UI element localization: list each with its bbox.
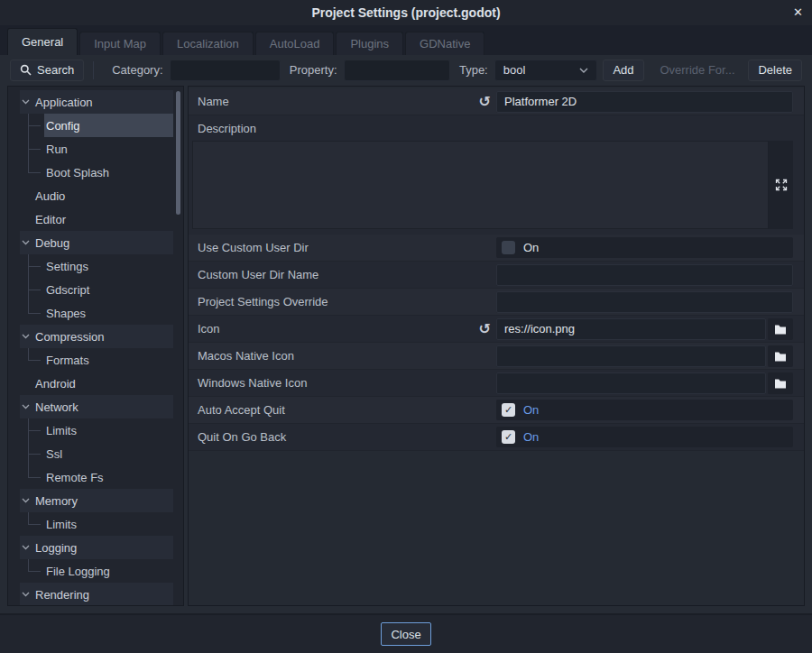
name-field[interactable]: Platformer 2D bbox=[496, 91, 793, 113]
tab-bar: General Input Map Localization AutoLoad … bbox=[0, 25, 812, 55]
sidebar-item-run[interactable]: Run bbox=[8, 137, 183, 161]
tab-autoload[interactable]: AutoLoad bbox=[255, 32, 335, 55]
folder-icon bbox=[774, 350, 787, 362]
chevron-down-icon[interactable] bbox=[22, 404, 30, 409]
tree-guide bbox=[28, 512, 42, 536]
sidebar-item-android[interactable]: Android bbox=[8, 372, 183, 395]
chevron-down-icon[interactable] bbox=[22, 99, 30, 105]
sidebar-item-logging[interactable]: Logging bbox=[8, 536, 183, 559]
property-row-use-custom-user-dir: Use Custom User Dir On bbox=[189, 235, 804, 262]
category-label: Category: bbox=[112, 63, 162, 77]
tree-guide bbox=[28, 278, 42, 301]
property-row-description: Description bbox=[189, 115, 804, 141]
folder-icon bbox=[774, 377, 787, 389]
search-icon bbox=[20, 64, 32, 76]
sidebar-item-boot-splash[interactable]: Boot Splash bbox=[8, 161, 183, 184]
close-button[interactable]: Close bbox=[381, 622, 430, 646]
add-button[interactable]: Add bbox=[603, 60, 643, 81]
sidebar-item-formats[interactable]: Formats bbox=[8, 348, 183, 372]
tree-guide bbox=[28, 559, 42, 583]
content-area: Application Config Run Boot Splash bbox=[7, 86, 805, 606]
macos-icon-browse-button[interactable] bbox=[768, 345, 793, 367]
sidebar-item-debug[interactable]: Debug bbox=[8, 231, 183, 254]
property-label: Property: bbox=[290, 63, 337, 77]
title-bar: Project Settings (project.godot) ✕ bbox=[0, 0, 812, 25]
icon-field[interactable]: res://icon.png bbox=[496, 318, 766, 340]
sidebar-item-memory[interactable]: Memory bbox=[8, 489, 183, 512]
sidebar-item-ssl[interactable]: Ssl bbox=[8, 442, 183, 465]
sidebar-item-network-limits[interactable]: Limits bbox=[8, 418, 183, 442]
sidebar-item-settings[interactable]: Settings bbox=[8, 254, 183, 278]
property-row-auto-accept-quit: Auto Accept Quit ✓ On bbox=[189, 397, 804, 424]
chevron-down-icon[interactable] bbox=[22, 545, 30, 550]
dialog-title: Project Settings (project.godot) bbox=[311, 5, 500, 20]
sidebar-item-shapes[interactable]: Shapes bbox=[8, 301, 183, 325]
dialog-footer: Close bbox=[0, 613, 812, 653]
type-select[interactable]: bool bbox=[494, 60, 597, 81]
delete-button[interactable]: Delete bbox=[748, 60, 802, 81]
tree-guide bbox=[28, 254, 42, 278]
tab-general[interactable]: General bbox=[7, 28, 78, 55]
sidebar-item-audio[interactable]: Audio bbox=[8, 184, 183, 207]
chevron-down-icon bbox=[579, 68, 588, 73]
sidebar-item-gdscript[interactable]: Gdscript bbox=[8, 278, 183, 301]
description-editor bbox=[189, 141, 804, 235]
checkbox-checked-icon: ✓ bbox=[502, 430, 515, 444]
property-row-custom-user-dir-name: Custom User Dir Name bbox=[189, 262, 804, 289]
tree-guide bbox=[28, 161, 42, 184]
quit-on-go-back-checkbox[interactable]: ✓ On bbox=[496, 427, 793, 447]
expand-icon bbox=[775, 179, 788, 191]
tree-guide bbox=[28, 465, 42, 489]
tree-guide bbox=[28, 442, 42, 465]
tree-guide bbox=[28, 348, 42, 372]
description-textarea[interactable] bbox=[192, 141, 769, 229]
search-button[interactable]: Search bbox=[10, 60, 84, 81]
chevron-down-icon[interactable] bbox=[22, 592, 30, 597]
auto-accept-quit-checkbox[interactable]: ✓ On bbox=[496, 400, 793, 420]
search-button-label: Search bbox=[37, 63, 74, 77]
property-row-windows-native-icon: Windows Native Icon bbox=[189, 370, 804, 397]
property-input[interactable] bbox=[344, 60, 450, 81]
tab-plugins[interactable]: Plugins bbox=[336, 32, 403, 55]
sidebar-item-memory-limits[interactable]: Limits bbox=[8, 512, 183, 536]
sections-tree: Application Config Run Boot Splash bbox=[7, 86, 184, 606]
close-icon[interactable]: ✕ bbox=[793, 0, 803, 25]
sidebar-item-compression[interactable]: Compression bbox=[8, 325, 183, 348]
custom-user-dir-name-field[interactable] bbox=[496, 264, 793, 286]
settings-toolbar: Search Category: Property: Type: bool Ad… bbox=[0, 55, 812, 85]
property-row-icon: Icon ↺ res://icon.png bbox=[189, 316, 804, 343]
revert-icon[interactable]: ↺ bbox=[479, 322, 491, 336]
sidebar-item-editor[interactable]: Editor bbox=[8, 207, 183, 231]
windows-native-icon-field[interactable] bbox=[496, 372, 766, 394]
use-custom-user-dir-checkbox[interactable]: On bbox=[496, 237, 793, 258]
sidebar-item-remote-fs[interactable]: Remote Fs bbox=[8, 465, 183, 489]
sidebar-item-file-logging[interactable]: File Logging bbox=[8, 559, 183, 583]
tab-gdnative[interactable]: GDNative bbox=[405, 32, 484, 55]
macos-native-icon-field[interactable] bbox=[496, 345, 766, 367]
project-settings-override-field[interactable] bbox=[496, 291, 793, 313]
tree-guide bbox=[28, 418, 42, 442]
chevron-down-icon[interactable] bbox=[22, 334, 30, 339]
general-tab-panel: Search Category: Property: Type: bool Ad… bbox=[0, 55, 812, 613]
tab-input-map[interactable]: Input Map bbox=[79, 32, 161, 55]
properties-panel: Name ↺ Platformer 2D Description bbox=[188, 86, 805, 606]
revert-icon[interactable]: ↺ bbox=[479, 95, 491, 109]
project-settings-dialog: Project Settings (project.godot) ✕ Gener… bbox=[0, 0, 812, 653]
chevron-down-icon[interactable] bbox=[22, 498, 30, 503]
windows-icon-browse-button[interactable] bbox=[768, 372, 793, 394]
sidebar-item-config[interactable]: Config bbox=[8, 114, 183, 137]
folder-icon bbox=[774, 323, 787, 335]
category-input[interactable] bbox=[170, 60, 281, 81]
sidebar-item-network[interactable]: Network bbox=[8, 395, 183, 418]
property-row-project-settings-override: Project Settings Override bbox=[189, 289, 804, 316]
icon-browse-button[interactable] bbox=[768, 318, 793, 340]
tab-localization[interactable]: Localization bbox=[162, 32, 254, 55]
type-label: Type: bbox=[459, 63, 488, 77]
sidebar-scrollbar[interactable] bbox=[176, 91, 180, 215]
sidebar-item-rendering[interactable]: Rendering bbox=[8, 583, 183, 606]
tree-guide bbox=[28, 137, 42, 161]
expand-button[interactable] bbox=[769, 141, 793, 229]
override-for-button: Override For... bbox=[650, 60, 744, 81]
sidebar-item-application[interactable]: Application bbox=[8, 90, 183, 114]
chevron-down-icon[interactable] bbox=[22, 240, 30, 245]
